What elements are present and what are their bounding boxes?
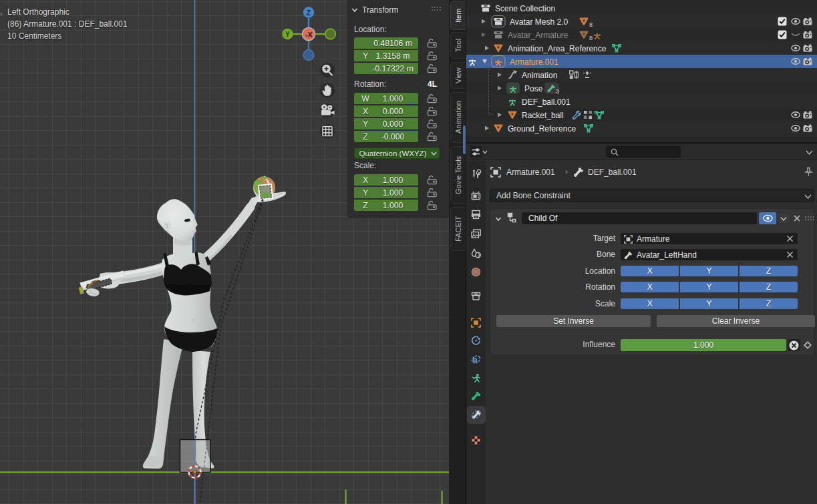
svg-text:8: 8 — [589, 35, 593, 41]
svg-text:Z: Z — [307, 9, 311, 17]
svg-text:Animation_Area_Reference: Animation_Area_Reference — [508, 44, 607, 53]
svg-text:Y: Y — [285, 30, 290, 38]
svg-text:Armature.001: Armature.001 — [510, 57, 558, 67]
svg-text:Pose: Pose — [524, 84, 543, 93]
svg-text:Avatar_Armature: Avatar_Armature — [508, 31, 568, 40]
svg-text:Ground_Reference: Ground_Reference — [508, 124, 576, 134]
svg-text:DEF_ball.001: DEF_ball.001 — [522, 97, 570, 107]
svg-text:Scene Collection: Scene Collection — [495, 4, 555, 13]
svg-text:8: 8 — [589, 21, 593, 28]
svg-text:-X: -X — [305, 31, 313, 39]
svg-text:3: 3 — [556, 88, 559, 95]
svg-text:Racket_ball: Racket_ball — [522, 111, 564, 120]
svg-text:Animation: Animation — [522, 71, 557, 80]
svg-text:Avatar Mesh 2.0: Avatar Mesh 2.0 — [510, 17, 568, 27]
